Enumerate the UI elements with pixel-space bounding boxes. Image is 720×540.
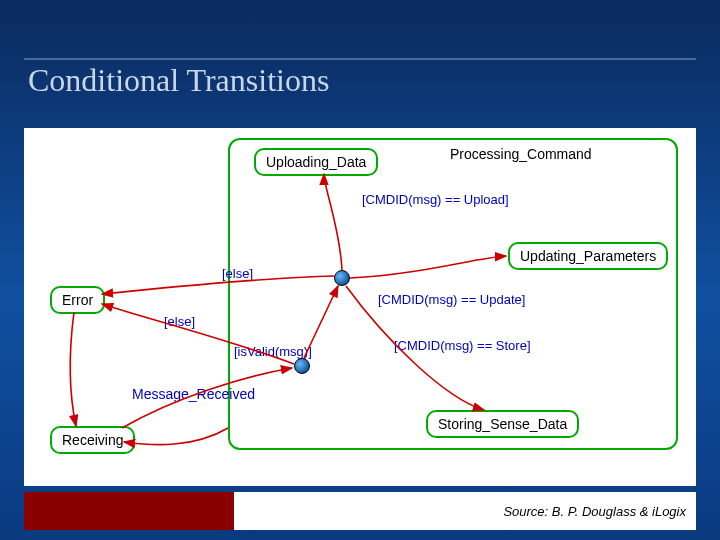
guard-upload: [CMDID(msg) == Upload]	[362, 192, 509, 207]
diagram-canvas: Processing_Command Uploading_Data Updati…	[24, 128, 696, 486]
state-updating: Updating_Parameters	[508, 242, 668, 270]
state-storing: Storing_Sense_Data	[426, 410, 579, 438]
slide-title: Conditional Transitions	[28, 62, 329, 99]
choice-node-valid	[294, 358, 310, 374]
label-message-received: Message_Received	[132, 386, 255, 402]
state-error: Error	[50, 286, 105, 314]
state-receiving: Receiving	[50, 426, 135, 454]
title-divider	[24, 58, 696, 60]
guard-isvalid: [isValid(msg)]	[234, 344, 312, 359]
guard-update: [CMDID(msg) == Update]	[378, 292, 525, 307]
footer-source: Source: B. P. Douglass & iLogix	[234, 492, 696, 530]
choice-node-cmd	[334, 270, 350, 286]
guard-store: [CMDID(msg) == Store]	[394, 338, 531, 353]
state-processing-label: Processing_Command	[450, 146, 592, 162]
footer-accent	[24, 492, 234, 530]
state-uploading: Uploading_Data	[254, 148, 378, 176]
guard-else-bottom: [else]	[164, 314, 195, 329]
footer: Source: B. P. Douglass & iLogix	[24, 492, 696, 530]
guard-else-top: [else]	[222, 266, 253, 281]
